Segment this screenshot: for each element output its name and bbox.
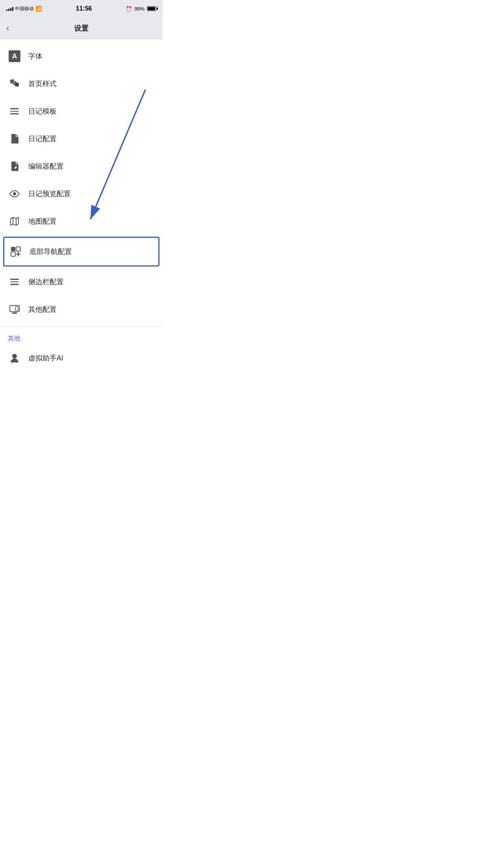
sidebar-config-label: 侧边栏配置 bbox=[28, 277, 64, 287]
page-title: 设置 bbox=[74, 24, 88, 33]
nav-bar: ‹ 设置 bbox=[0, 17, 163, 39]
monitor-icon bbox=[8, 303, 21, 316]
settings-item-sidebar-config[interactable]: 侧边栏配置 bbox=[0, 268, 163, 296]
settings-item-map-config[interactable]: 地图配置 bbox=[0, 208, 163, 235]
settings-item-preview-config[interactable]: 日记预览配置 bbox=[0, 180, 163, 208]
battery-icon bbox=[147, 6, 156, 11]
settings-page: 中国移动 📶 11:56 ⏰ 99% ‹ 设置 bbox=[0, 0, 163, 372]
nav-config-icon bbox=[9, 245, 22, 258]
settings-item-ai-assistant[interactable]: 虚拟助手AI bbox=[0, 344, 163, 372]
alarm-icon: ⏰ bbox=[126, 6, 132, 12]
signal-bars-icon bbox=[6, 6, 13, 11]
svg-rect-9 bbox=[16, 247, 20, 251]
doc-icon bbox=[8, 132, 21, 145]
settings-item-font[interactable]: A 字体 bbox=[0, 42, 163, 70]
settings-list: A 字体 首页样式 bbox=[0, 39, 163, 372]
battery-percent: 99% bbox=[134, 6, 145, 12]
section-other-header: 其他 bbox=[0, 330, 163, 344]
svg-rect-16 bbox=[15, 307, 18, 311]
svg-rect-8 bbox=[11, 247, 15, 251]
eye-icon bbox=[8, 187, 21, 200]
svg-rect-14 bbox=[12, 313, 17, 314]
person-icon bbox=[8, 351, 21, 365]
bottom-nav-config-label: 底部导航配置 bbox=[29, 247, 72, 256]
font-icon: A bbox=[8, 50, 21, 63]
diary-config-label: 日记配置 bbox=[28, 134, 57, 143]
settings-item-other-config[interactable]: 其他配置 bbox=[0, 296, 163, 323]
status-left: 中国移动 📶 bbox=[6, 6, 42, 12]
svg-rect-10 bbox=[11, 252, 15, 256]
settings-item-diary-config[interactable]: 日记配置 bbox=[0, 125, 163, 153]
doc-edit-icon bbox=[8, 160, 21, 173]
font-label: 字体 bbox=[28, 51, 42, 61]
ai-assistant-label: 虚拟助手AI bbox=[28, 353, 63, 363]
settings-item-editor-config[interactable]: 编辑器配置 bbox=[0, 153, 163, 180]
wifi-icon: 📶 bbox=[35, 6, 42, 12]
theme-icon bbox=[8, 77, 21, 90]
lines-icon bbox=[8, 105, 21, 118]
diary-template-label: 日记模板 bbox=[28, 107, 57, 116]
svg-point-5 bbox=[13, 192, 16, 195]
home-style-label: 首页样式 bbox=[28, 79, 57, 88]
preview-config-label: 日记预览配置 bbox=[28, 189, 71, 199]
status-bar: 中国移动 📶 11:56 ⏰ 99% bbox=[0, 0, 163, 17]
status-time: 11:56 bbox=[76, 5, 92, 12]
settings-item-home-style[interactable]: 首页样式 bbox=[0, 70, 163, 97]
back-button[interactable]: ‹ bbox=[6, 23, 9, 33]
carrier-label: 中国移动 bbox=[15, 6, 34, 12]
sidebar-lines-icon bbox=[8, 275, 21, 289]
map-icon bbox=[8, 215, 21, 228]
section-divider bbox=[0, 326, 163, 327]
settings-item-diary-template[interactable]: 日记模板 bbox=[0, 97, 163, 125]
svg-point-17 bbox=[12, 354, 17, 359]
editor-config-label: 编辑器配置 bbox=[28, 162, 64, 171]
svg-rect-4 bbox=[15, 83, 19, 87]
other-config-label: 其他配置 bbox=[28, 305, 57, 314]
map-config-label: 地图配置 bbox=[28, 217, 57, 226]
settings-container: A 字体 首页样式 bbox=[0, 39, 163, 372]
status-right: ⏰ 99% bbox=[126, 6, 156, 12]
settings-item-bottom-nav-config[interactable]: 底部导航配置 bbox=[3, 237, 160, 267]
